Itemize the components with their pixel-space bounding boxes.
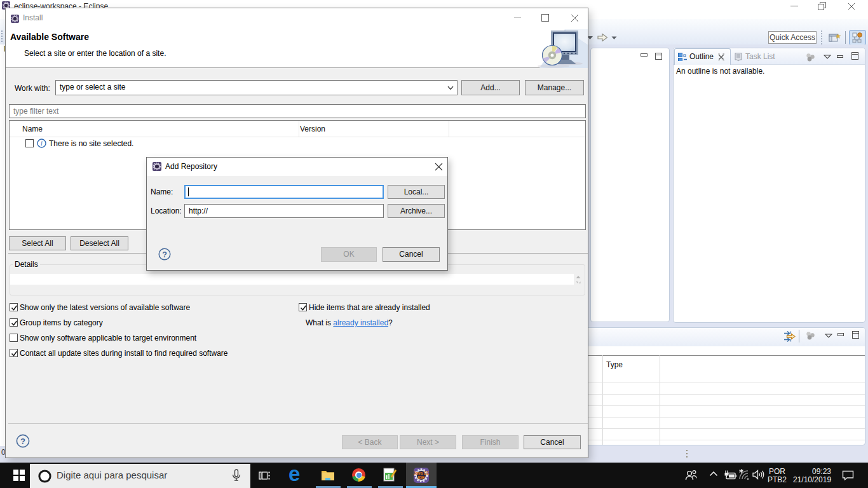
svg-text:IDE: IDE [418,475,426,480]
svg-text:?: ? [20,437,25,446]
svg-text:i: i [41,140,43,147]
svg-text:Java EE: Java EE [414,471,429,475]
svg-text:?: ? [162,250,167,259]
